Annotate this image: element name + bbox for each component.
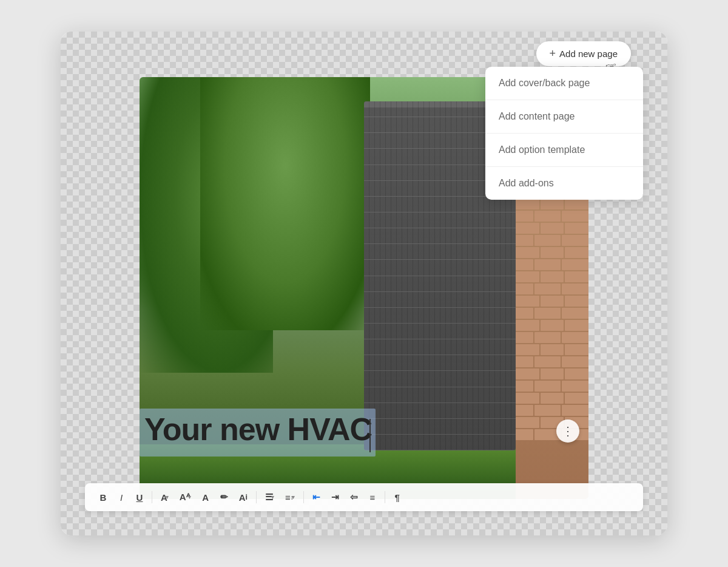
plus-icon: +: [550, 47, 556, 60]
line-spacing-button[interactable]: ≡↕▾: [281, 490, 298, 505]
headline-area[interactable]: Your new HVAC: [140, 409, 585, 457]
list-button[interactable]: ☰▾: [261, 489, 278, 505]
toolbar-divider-1: [152, 491, 152, 503]
text-format-button[interactable]: Ai: [235, 490, 251, 505]
align-right-button[interactable]: ⇦: [346, 489, 362, 505]
toolbar-divider-3: [303, 491, 304, 503]
dropdown-item-option-template[interactable]: Add option template: [485, 134, 643, 167]
underline-button[interactable]: U: [132, 490, 147, 505]
justify-button[interactable]: ≡: [365, 490, 380, 505]
dropdown-item-add-ons[interactable]: Add add-ons: [485, 167, 643, 200]
highlight-button[interactable]: ✏: [217, 489, 232, 505]
bold-button[interactable]: B: [96, 490, 110, 505]
headline-text: Your new HVAC: [144, 412, 372, 447]
dropdown-item-cover-back[interactable]: Add cover/back page: [485, 67, 643, 100]
font-size-button[interactable]: Aᴬ▾: [176, 489, 195, 505]
font-color-button[interactable]: A▾: [157, 490, 172, 505]
tree-center: [200, 77, 370, 330]
add-new-page-label: Add new page: [559, 49, 618, 59]
dropdown-menu: Add cover/back page Add content page Add…: [485, 67, 643, 200]
text-selection: Your new HVAC: [140, 409, 376, 457]
toolbar-divider-4: [385, 491, 385, 503]
editor-container: Your new HVAC ⋮ + Add new page ☞ Add cov…: [61, 32, 667, 535]
align-left-button[interactable]: ⇤: [309, 489, 324, 505]
italic-button[interactable]: I: [114, 490, 129, 505]
more-options-button[interactable]: ⋮: [556, 419, 579, 443]
add-new-page-button[interactable]: + Add new page: [536, 41, 631, 66]
text-cursor: [369, 419, 371, 452]
formatting-toolbar: B I U A▾ Aᴬ▾ A ✏ Ai ☰▾ ≡↕▾ ⇤ ⇥ ⇦ ≡ ¶: [85, 483, 643, 511]
align-center-button[interactable]: ⇥: [328, 489, 343, 505]
dropdown-item-content[interactable]: Add content page: [485, 100, 643, 134]
toolbar-divider-2: [256, 491, 257, 503]
paragraph-button[interactable]: ¶: [390, 490, 405, 505]
font-style-button[interactable]: A: [198, 490, 213, 505]
